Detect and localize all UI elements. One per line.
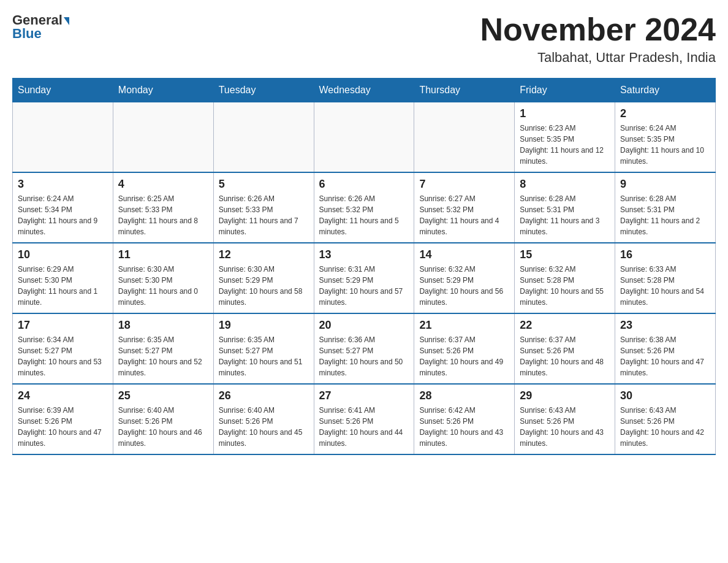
day-info: Sunrise: 6:40 AM Sunset: 5:26 PM Dayligh… xyxy=(118,405,208,449)
calendar-week-row: 24Sunrise: 6:39 AM Sunset: 5:26 PM Dayli… xyxy=(13,384,716,454)
day-info: Sunrise: 6:24 AM Sunset: 5:34 PM Dayligh… xyxy=(18,193,108,237)
table-row xyxy=(13,102,113,173)
table-row xyxy=(113,102,213,173)
table-row: 22Sunrise: 6:37 AM Sunset: 5:26 PM Dayli… xyxy=(515,313,615,384)
table-row: 30Sunrise: 6:43 AM Sunset: 5:26 PM Dayli… xyxy=(615,384,716,454)
calendar-week-row: 1Sunrise: 6:23 AM Sunset: 5:35 PM Daylig… xyxy=(13,102,716,173)
day-info: Sunrise: 6:37 AM Sunset: 5:26 PM Dayligh… xyxy=(419,334,509,378)
logo: General Blue xyxy=(12,12,69,42)
day-number: 8 xyxy=(520,178,610,191)
col-monday: Monday xyxy=(113,79,213,102)
day-number: 19 xyxy=(219,319,309,332)
day-info: Sunrise: 6:35 AM Sunset: 5:27 PM Dayligh… xyxy=(219,334,309,378)
day-number: 17 xyxy=(18,319,108,332)
day-info: Sunrise: 6:28 AM Sunset: 5:31 PM Dayligh… xyxy=(520,193,610,237)
day-info: Sunrise: 6:23 AM Sunset: 5:35 PM Dayligh… xyxy=(520,123,610,167)
day-info: Sunrise: 6:28 AM Sunset: 5:31 PM Dayligh… xyxy=(620,193,710,237)
day-info: Sunrise: 6:24 AM Sunset: 5:35 PM Dayligh… xyxy=(620,123,710,167)
table-row: 19Sunrise: 6:35 AM Sunset: 5:27 PM Dayli… xyxy=(213,313,314,384)
day-info: Sunrise: 6:35 AM Sunset: 5:27 PM Dayligh… xyxy=(118,334,208,378)
table-row: 17Sunrise: 6:34 AM Sunset: 5:27 PM Dayli… xyxy=(13,313,113,384)
day-info: Sunrise: 6:36 AM Sunset: 5:27 PM Dayligh… xyxy=(319,334,409,378)
day-info: Sunrise: 6:42 AM Sunset: 5:26 PM Dayligh… xyxy=(419,405,509,449)
table-row: 14Sunrise: 6:32 AM Sunset: 5:29 PM Dayli… xyxy=(414,243,515,313)
table-row: 24Sunrise: 6:39 AM Sunset: 5:26 PM Dayli… xyxy=(13,384,113,454)
day-number: 2 xyxy=(620,107,710,120)
calendar-table: Sunday Monday Tuesday Wednesday Thursday… xyxy=(12,78,716,455)
col-saturday: Saturday xyxy=(615,79,716,102)
calendar-week-row: 3Sunrise: 6:24 AM Sunset: 5:34 PM Daylig… xyxy=(13,172,716,243)
day-info: Sunrise: 6:27 AM Sunset: 5:32 PM Dayligh… xyxy=(419,193,509,237)
col-wednesday: Wednesday xyxy=(314,79,414,102)
day-info: Sunrise: 6:26 AM Sunset: 5:32 PM Dayligh… xyxy=(319,193,409,237)
table-row: 4Sunrise: 6:25 AM Sunset: 5:33 PM Daylig… xyxy=(113,172,213,243)
calendar-week-row: 17Sunrise: 6:34 AM Sunset: 5:27 PM Dayli… xyxy=(13,313,716,384)
day-info: Sunrise: 6:30 AM Sunset: 5:30 PM Dayligh… xyxy=(118,264,208,308)
title-section: November 2024 Talbahat, Uttar Pradesh, I… xyxy=(480,12,716,66)
day-info: Sunrise: 6:32 AM Sunset: 5:29 PM Dayligh… xyxy=(419,264,509,308)
day-number: 13 xyxy=(319,248,409,261)
day-number: 4 xyxy=(118,178,208,191)
col-tuesday: Tuesday xyxy=(213,79,314,102)
day-number: 11 xyxy=(118,248,208,261)
col-friday: Friday xyxy=(515,79,615,102)
table-row: 27Sunrise: 6:41 AM Sunset: 5:26 PM Dayli… xyxy=(314,384,414,454)
day-number: 30 xyxy=(620,389,710,402)
day-number: 27 xyxy=(319,389,409,402)
table-row: 12Sunrise: 6:30 AM Sunset: 5:29 PM Dayli… xyxy=(213,243,314,313)
table-row xyxy=(213,102,314,173)
day-number: 5 xyxy=(219,178,309,191)
table-row: 10Sunrise: 6:29 AM Sunset: 5:30 PM Dayli… xyxy=(13,243,113,313)
day-info: Sunrise: 6:30 AM Sunset: 5:29 PM Dayligh… xyxy=(219,264,309,308)
table-row: 9Sunrise: 6:28 AM Sunset: 5:31 PM Daylig… xyxy=(615,172,716,243)
day-number: 7 xyxy=(419,178,509,191)
day-number: 10 xyxy=(18,248,108,261)
day-info: Sunrise: 6:31 AM Sunset: 5:29 PM Dayligh… xyxy=(319,264,409,308)
col-sunday: Sunday xyxy=(13,79,113,102)
day-info: Sunrise: 6:32 AM Sunset: 5:28 PM Dayligh… xyxy=(520,264,610,308)
table-row: 25Sunrise: 6:40 AM Sunset: 5:26 PM Dayli… xyxy=(113,384,213,454)
table-row: 18Sunrise: 6:35 AM Sunset: 5:27 PM Dayli… xyxy=(113,313,213,384)
day-number: 9 xyxy=(620,178,710,191)
logo-blue-text: Blue xyxy=(12,26,42,42)
day-number: 14 xyxy=(419,248,509,261)
day-info: Sunrise: 6:40 AM Sunset: 5:26 PM Dayligh… xyxy=(219,405,309,449)
day-info: Sunrise: 6:37 AM Sunset: 5:26 PM Dayligh… xyxy=(520,334,610,378)
day-info: Sunrise: 6:25 AM Sunset: 5:33 PM Dayligh… xyxy=(118,193,208,237)
day-info: Sunrise: 6:33 AM Sunset: 5:28 PM Dayligh… xyxy=(620,264,710,308)
table-row: 20Sunrise: 6:36 AM Sunset: 5:27 PM Dayli… xyxy=(314,313,414,384)
day-number: 6 xyxy=(319,178,409,191)
day-info: Sunrise: 6:29 AM Sunset: 5:30 PM Dayligh… xyxy=(18,264,108,308)
day-number: 29 xyxy=(520,389,610,402)
table-row: 3Sunrise: 6:24 AM Sunset: 5:34 PM Daylig… xyxy=(13,172,113,243)
table-row: 6Sunrise: 6:26 AM Sunset: 5:32 PM Daylig… xyxy=(314,172,414,243)
table-row: 11Sunrise: 6:30 AM Sunset: 5:30 PM Dayli… xyxy=(113,243,213,313)
day-number: 25 xyxy=(118,389,208,402)
day-number: 20 xyxy=(319,319,409,332)
day-number: 21 xyxy=(419,319,509,332)
month-title: November 2024 xyxy=(480,12,716,47)
calendar-week-row: 10Sunrise: 6:29 AM Sunset: 5:30 PM Dayli… xyxy=(13,243,716,313)
table-row: 8Sunrise: 6:28 AM Sunset: 5:31 PM Daylig… xyxy=(515,172,615,243)
col-thursday: Thursday xyxy=(414,79,515,102)
table-row: 7Sunrise: 6:27 AM Sunset: 5:32 PM Daylig… xyxy=(414,172,515,243)
day-number: 18 xyxy=(118,319,208,332)
table-row: 28Sunrise: 6:42 AM Sunset: 5:26 PM Dayli… xyxy=(414,384,515,454)
day-info: Sunrise: 6:41 AM Sunset: 5:26 PM Dayligh… xyxy=(319,405,409,449)
table-row: 5Sunrise: 6:26 AM Sunset: 5:33 PM Daylig… xyxy=(213,172,314,243)
day-number: 12 xyxy=(219,248,309,261)
day-number: 15 xyxy=(520,248,610,261)
day-info: Sunrise: 6:26 AM Sunset: 5:33 PM Dayligh… xyxy=(219,193,309,237)
table-row: 13Sunrise: 6:31 AM Sunset: 5:29 PM Dayli… xyxy=(314,243,414,313)
table-row: 1Sunrise: 6:23 AM Sunset: 5:35 PM Daylig… xyxy=(515,102,615,173)
table-row: 26Sunrise: 6:40 AM Sunset: 5:26 PM Dayli… xyxy=(213,384,314,454)
day-info: Sunrise: 6:39 AM Sunset: 5:26 PM Dayligh… xyxy=(18,405,108,449)
day-info: Sunrise: 6:38 AM Sunset: 5:26 PM Dayligh… xyxy=(620,334,710,378)
table-row: 23Sunrise: 6:38 AM Sunset: 5:26 PM Dayli… xyxy=(615,313,716,384)
day-number: 28 xyxy=(419,389,509,402)
day-number: 22 xyxy=(520,319,610,332)
table-row: 15Sunrise: 6:32 AM Sunset: 5:28 PM Dayli… xyxy=(515,243,615,313)
page-header: General Blue November 2024 Talbahat, Utt… xyxy=(12,12,716,66)
day-number: 1 xyxy=(520,107,610,120)
day-info: Sunrise: 6:43 AM Sunset: 5:26 PM Dayligh… xyxy=(620,405,710,449)
